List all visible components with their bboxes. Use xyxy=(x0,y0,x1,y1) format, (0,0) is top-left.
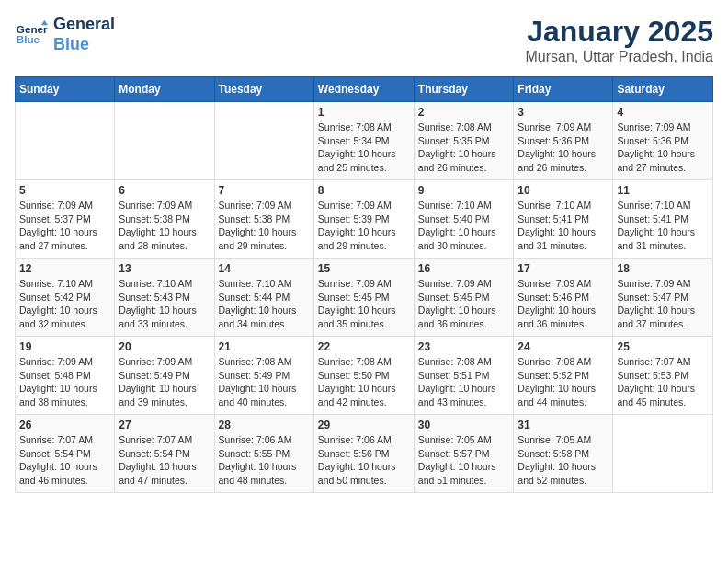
calendar-cell xyxy=(613,415,713,493)
day-info: Sunrise: 7:10 AMSunset: 5:40 PMDaylight:… xyxy=(418,199,510,253)
day-info: Sunrise: 7:09 AMSunset: 5:37 PMDaylight:… xyxy=(19,199,110,253)
day-number: 27 xyxy=(119,419,210,431)
day-number: 14 xyxy=(219,262,310,275)
day-number: 31 xyxy=(518,419,609,431)
day-number: 16 xyxy=(418,262,510,275)
day-info: Sunrise: 7:08 AMSunset: 5:35 PMDaylight:… xyxy=(418,121,510,175)
day-info: Sunrise: 7:09 AMSunset: 5:49 PMDaylight:… xyxy=(119,355,210,409)
calendar-cell: 23Sunrise: 7:08 AMSunset: 5:51 PMDayligh… xyxy=(414,337,514,415)
day-number: 1 xyxy=(318,106,410,119)
day-info: Sunrise: 7:09 AMSunset: 5:46 PMDaylight:… xyxy=(518,277,609,331)
day-number: 13 xyxy=(119,262,210,275)
day-number: 25 xyxy=(617,340,709,353)
calendar-cell: 29Sunrise: 7:06 AMSunset: 5:56 PMDayligh… xyxy=(313,415,414,493)
day-number: 12 xyxy=(19,262,110,275)
calendar-cell xyxy=(115,102,214,180)
calendar-cell: 8Sunrise: 7:09 AMSunset: 5:39 PMDaylight… xyxy=(313,180,414,259)
logo-icon: General Blue xyxy=(15,18,48,52)
calendar-cell: 3Sunrise: 7:09 AMSunset: 5:36 PMDaylight… xyxy=(514,102,613,180)
logo-blue: Blue xyxy=(53,35,115,55)
calendar-cell: 20Sunrise: 7:09 AMSunset: 5:49 PMDayligh… xyxy=(115,337,214,415)
calendar-cell: 11Sunrise: 7:10 AMSunset: 5:41 PMDayligh… xyxy=(613,180,713,259)
day-info: Sunrise: 7:10 AMSunset: 5:43 PMDaylight:… xyxy=(119,277,210,331)
calendar-week-row: 26Sunrise: 7:07 AMSunset: 5:54 PMDayligh… xyxy=(16,415,713,493)
day-info: Sunrise: 7:06 AMSunset: 5:55 PMDaylight:… xyxy=(219,433,310,488)
weekday-header-tuesday: Tuesday xyxy=(214,77,313,102)
day-number: 30 xyxy=(418,419,510,431)
day-number: 7 xyxy=(219,184,310,197)
day-info: Sunrise: 7:07 AMSunset: 5:54 PMDaylight:… xyxy=(119,433,210,488)
day-number: 2 xyxy=(418,106,510,119)
calendar-cell: 12Sunrise: 7:10 AMSunset: 5:42 PMDayligh… xyxy=(16,259,115,337)
day-number: 15 xyxy=(318,262,410,275)
calendar-week-row: 19Sunrise: 7:09 AMSunset: 5:48 PMDayligh… xyxy=(16,337,713,415)
calendar-cell: 14Sunrise: 7:10 AMSunset: 5:44 PMDayligh… xyxy=(214,259,313,337)
day-number: 19 xyxy=(19,340,110,353)
weekday-header-friday: Friday xyxy=(514,77,613,102)
day-number: 5 xyxy=(19,184,110,197)
day-number: 24 xyxy=(518,340,609,353)
calendar-cell: 7Sunrise: 7:09 AMSunset: 5:38 PMDaylight… xyxy=(214,180,313,259)
day-info: Sunrise: 7:10 AMSunset: 5:42 PMDaylight:… xyxy=(19,277,110,331)
day-info: Sunrise: 7:07 AMSunset: 5:54 PMDaylight:… xyxy=(19,433,110,488)
calendar-cell: 18Sunrise: 7:09 AMSunset: 5:47 PMDayligh… xyxy=(613,259,713,337)
day-number: 26 xyxy=(19,419,110,431)
calendar-cell: 24Sunrise: 7:08 AMSunset: 5:52 PMDayligh… xyxy=(514,337,613,415)
calendar-cell xyxy=(16,102,115,180)
weekday-header-wednesday: Wednesday xyxy=(313,77,414,102)
calendar-cell: 9Sunrise: 7:10 AMSunset: 5:40 PMDaylight… xyxy=(414,180,514,259)
day-number: 10 xyxy=(518,184,609,197)
logo-general: General xyxy=(53,15,115,35)
day-info: Sunrise: 7:06 AMSunset: 5:56 PMDaylight:… xyxy=(318,433,410,488)
calendar-title: January 2025 xyxy=(525,15,713,49)
calendar-cell: 19Sunrise: 7:09 AMSunset: 5:48 PMDayligh… xyxy=(16,337,115,415)
calendar-cell: 4Sunrise: 7:09 AMSunset: 5:36 PMDaylight… xyxy=(613,102,713,180)
day-info: Sunrise: 7:09 AMSunset: 5:45 PMDaylight:… xyxy=(318,277,410,331)
calendar-table: SundayMondayTuesdayWednesdayThursdayFrid… xyxy=(15,76,713,493)
day-info: Sunrise: 7:09 AMSunset: 5:45 PMDaylight:… xyxy=(418,277,510,331)
day-number: 23 xyxy=(418,340,510,353)
svg-text:Blue: Blue xyxy=(17,33,40,45)
weekday-header-row: SundayMondayTuesdayWednesdayThursdayFrid… xyxy=(16,77,713,102)
calendar-cell: 17Sunrise: 7:09 AMSunset: 5:46 PMDayligh… xyxy=(514,259,613,337)
calendar-cell: 21Sunrise: 7:08 AMSunset: 5:49 PMDayligh… xyxy=(214,337,313,415)
calendar-cell: 16Sunrise: 7:09 AMSunset: 5:45 PMDayligh… xyxy=(414,259,514,337)
calendar-cell: 25Sunrise: 7:07 AMSunset: 5:53 PMDayligh… xyxy=(613,337,713,415)
day-info: Sunrise: 7:08 AMSunset: 5:49 PMDaylight:… xyxy=(219,355,310,409)
day-info: Sunrise: 7:09 AMSunset: 5:39 PMDaylight:… xyxy=(318,199,410,253)
day-number: 20 xyxy=(119,340,210,353)
calendar-cell: 26Sunrise: 7:07 AMSunset: 5:54 PMDayligh… xyxy=(16,415,115,493)
calendar-week-row: 1Sunrise: 7:08 AMSunset: 5:34 PMDaylight… xyxy=(16,102,713,180)
day-info: Sunrise: 7:08 AMSunset: 5:51 PMDaylight:… xyxy=(418,355,510,409)
calendar-cell xyxy=(214,102,313,180)
calendar-cell: 28Sunrise: 7:06 AMSunset: 5:55 PMDayligh… xyxy=(214,415,313,493)
day-info: Sunrise: 7:05 AMSunset: 5:57 PMDaylight:… xyxy=(418,433,510,488)
calendar-cell: 13Sunrise: 7:10 AMSunset: 5:43 PMDayligh… xyxy=(115,259,214,337)
day-number: 28 xyxy=(219,419,310,431)
calendar-cell: 10Sunrise: 7:10 AMSunset: 5:41 PMDayligh… xyxy=(514,180,613,259)
calendar-cell: 15Sunrise: 7:09 AMSunset: 5:45 PMDayligh… xyxy=(313,259,414,337)
calendar-subtitle: Mursan, Uttar Pradesh, India xyxy=(525,49,713,65)
weekday-header-monday: Monday xyxy=(115,77,214,102)
day-info: Sunrise: 7:10 AMSunset: 5:41 PMDaylight:… xyxy=(518,199,609,253)
day-number: 9 xyxy=(418,184,510,197)
calendar-cell: 6Sunrise: 7:09 AMSunset: 5:38 PMDaylight… xyxy=(115,180,214,259)
title-block: January 2025 Mursan, Uttar Pradesh, Indi… xyxy=(525,15,713,65)
day-number: 18 xyxy=(617,262,709,275)
day-info: Sunrise: 7:08 AMSunset: 5:34 PMDaylight:… xyxy=(318,121,410,175)
day-info: Sunrise: 7:08 AMSunset: 5:50 PMDaylight:… xyxy=(318,355,410,409)
calendar-week-row: 12Sunrise: 7:10 AMSunset: 5:42 PMDayligh… xyxy=(16,259,713,337)
calendar-cell: 31Sunrise: 7:05 AMSunset: 5:58 PMDayligh… xyxy=(514,415,613,493)
day-info: Sunrise: 7:10 AMSunset: 5:41 PMDaylight:… xyxy=(617,199,709,253)
day-number: 3 xyxy=(518,106,609,119)
day-info: Sunrise: 7:09 AMSunset: 5:36 PMDaylight:… xyxy=(518,121,609,175)
calendar-cell: 1Sunrise: 7:08 AMSunset: 5:34 PMDaylight… xyxy=(313,102,414,180)
day-number: 21 xyxy=(219,340,310,353)
day-info: Sunrise: 7:09 AMSunset: 5:38 PMDaylight:… xyxy=(219,199,310,253)
day-number: 8 xyxy=(318,184,410,197)
day-number: 22 xyxy=(318,340,410,353)
day-info: Sunrise: 7:09 AMSunset: 5:48 PMDaylight:… xyxy=(19,355,110,409)
calendar-week-row: 5Sunrise: 7:09 AMSunset: 5:37 PMDaylight… xyxy=(16,180,713,259)
calendar-cell: 2Sunrise: 7:08 AMSunset: 5:35 PMDaylight… xyxy=(414,102,514,180)
logo: General Blue General Blue xyxy=(15,15,115,54)
